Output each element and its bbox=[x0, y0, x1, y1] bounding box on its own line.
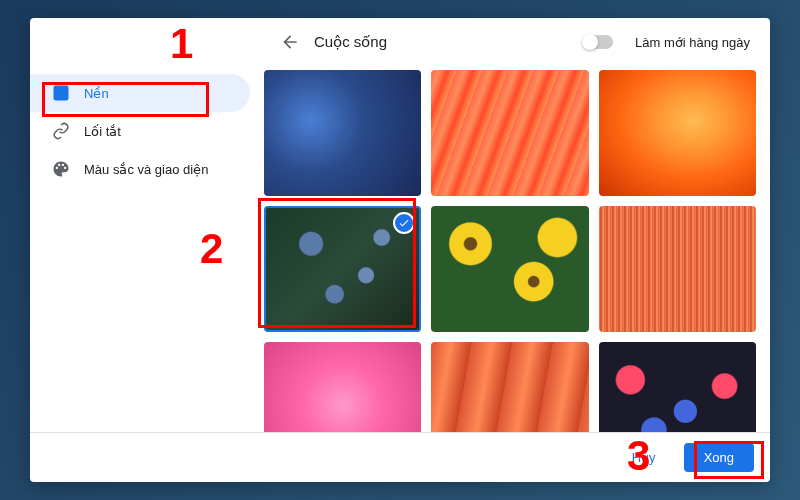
wallpaper-thumb[interactable] bbox=[264, 70, 421, 196]
svg-point-1 bbox=[57, 89, 59, 91]
wallpaper-thumb[interactable] bbox=[264, 342, 421, 432]
sidebar-item-label: Lối tắt bbox=[84, 124, 121, 139]
sidebar: Nền Lối tắt Màu sắc và giao diện bbox=[30, 66, 260, 432]
sidebar-item-shortcuts[interactable]: Lối tắt bbox=[30, 112, 250, 150]
wallpaper-thumb[interactable] bbox=[431, 70, 588, 196]
palette-icon bbox=[52, 160, 70, 178]
sidebar-item-theme[interactable]: Màu sắc và giao diện bbox=[30, 150, 250, 188]
wallpaper-thumb[interactable] bbox=[431, 342, 588, 432]
wallpaper-thumb[interactable] bbox=[599, 206, 756, 332]
content-area bbox=[260, 66, 770, 432]
dialog-body: Nền Lối tắt Màu sắc và giao diện bbox=[30, 66, 770, 432]
sidebar-item-background[interactable]: Nền bbox=[30, 74, 250, 112]
daily-refresh-toggle[interactable] bbox=[583, 35, 613, 49]
category-title: Cuộc sống bbox=[314, 33, 569, 51]
background-icon bbox=[52, 84, 70, 102]
wallpaper-thumb[interactable] bbox=[599, 342, 756, 432]
customize-dialog: Cuộc sống Làm mới hàng ngày Nền Lối tắt bbox=[30, 18, 770, 482]
sidebar-item-label: Màu sắc và giao diện bbox=[84, 162, 208, 177]
daily-refresh-label: Làm mới hàng ngày bbox=[635, 35, 750, 50]
check-icon bbox=[393, 212, 415, 234]
thumbnail-scroll[interactable] bbox=[260, 66, 770, 432]
dialog-footer: Hủy Xong bbox=[30, 432, 770, 482]
wallpaper-thumb[interactable] bbox=[599, 70, 756, 196]
wallpaper-thumb-selected[interactable] bbox=[264, 206, 421, 332]
back-button[interactable] bbox=[280, 32, 300, 52]
link-icon bbox=[52, 122, 70, 140]
thumbnail-grid bbox=[260, 66, 760, 432]
sidebar-item-label: Nền bbox=[84, 86, 109, 101]
dialog-header: Cuộc sống Làm mới hàng ngày bbox=[30, 18, 770, 66]
arrow-left-icon bbox=[280, 32, 300, 52]
cancel-button[interactable]: Hủy bbox=[612, 443, 676, 472]
done-button[interactable]: Xong bbox=[684, 443, 754, 472]
wallpaper-thumb[interactable] bbox=[431, 206, 588, 332]
